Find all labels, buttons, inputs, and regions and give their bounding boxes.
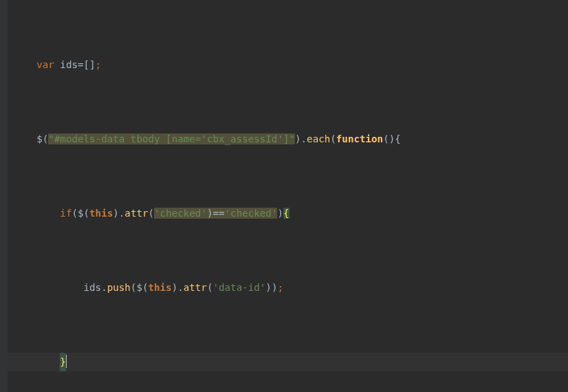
string-data-id: 'data-id': [212, 282, 265, 293]
punct: =[]: [78, 59, 96, 70]
code-editor[interactable]: var ids=[]; $("#models-data tbody [name=…: [8, 0, 568, 392]
dollar: $: [36, 133, 43, 144]
string-checked: 'checked': [225, 208, 278, 219]
keyword-if: if: [60, 208, 72, 219]
code-line-current[interactable]: }: [8, 353, 568, 371]
string-checked: 'checked': [154, 208, 207, 219]
code-line[interactable]: if($(this).attr('checked')=='checked'){: [8, 204, 568, 223]
method-attr: attr: [184, 282, 207, 293]
keyword-function: function: [336, 133, 383, 144]
keyword-this: this: [89, 208, 113, 219]
code-line[interactable]: ids.push($(this).attr('data-id'));: [8, 279, 568, 297]
identifier: ids: [60, 59, 78, 70]
code-line[interactable]: $("#models-data tbody [name='cbx_assessI…: [8, 130, 568, 149]
method-each: each: [307, 133, 330, 144]
dollar: $: [78, 208, 84, 219]
dollar: $: [136, 282, 142, 293]
string-selector: "#models-data tbody [name='cbx_assessId'…: [48, 133, 295, 144]
method-attr: attr: [124, 208, 148, 219]
brace-close: }: [60, 353, 66, 371]
gutter: [0, 0, 8, 392]
keyword-var: var: [36, 59, 54, 70]
method-push: push: [107, 282, 131, 293]
eqeq: ==: [212, 208, 224, 219]
keyword-this: this: [148, 282, 171, 293]
code-line[interactable]: var ids=[];: [8, 56, 568, 74]
identifier: ids: [84, 282, 102, 293]
